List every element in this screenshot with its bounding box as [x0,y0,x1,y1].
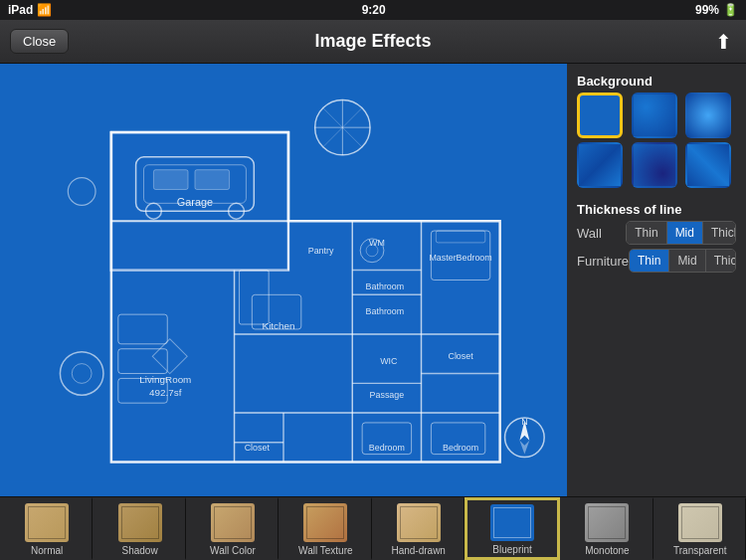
floor-plan: Garage LivingRoom 492.7sf Kitchen Bathro… [8,72,559,488]
thickness-label: Thickness of line [577,202,736,217]
furniture-thick-button[interactable]: Thick [706,250,736,272]
effect-transparent-label: Transparent [673,545,727,556]
page-title: Image Effects [314,31,431,52]
thumb-lines [306,506,344,539]
wall-thick-button[interactable]: Thick [703,222,736,244]
swatch-gradient5[interactable] [685,142,731,188]
effect-blueprint[interactable]: Blueprint [465,497,560,560]
furniture-label: Furniture [577,254,629,269]
effect-monotone-label: Monotone [585,545,629,556]
wall-thickness-buttons: Thin Mid Thick [626,221,736,245]
wall-thickness-row: Wall Thin Mid Thick [577,221,736,245]
swatch-gradient1[interactable] [632,93,677,138]
svg-rect-29 [195,170,230,190]
svg-text:N: N [521,417,527,427]
furniture-thin-button[interactable]: Thin [630,250,669,272]
right-panel: Background Thickness of line Wall Thin M… [567,64,746,496]
effect-handdrawn-label: Hand-drawn [391,545,445,556]
wall-label: Wall [577,226,626,241]
effect-walltexture[interactable]: Wall Texture [279,497,371,560]
effect-normal-thumb [25,503,69,542]
thumb-lines [28,506,66,539]
effect-transparent[interactable]: Transparent [653,497,746,560]
time-label: 9:20 [362,3,386,17]
furniture-thickness-buttons: Thin Mid Thick [629,249,736,273]
floor-plan-svg: Garage LivingRoom 492.7sf Kitchen Bathro… [8,72,559,488]
effect-shadow-thumb [118,503,162,542]
effect-normal-label: Normal [31,545,63,556]
thickness-section: Thickness of line Wall Thin Mid Thick Fu… [577,198,736,273]
main-area: Garage LivingRoom 492.7sf Kitchen Bathro… [0,64,746,496]
effect-normal[interactable]: Normal [0,497,93,560]
effect-wallcolor-label: Wall Color [210,545,256,556]
status-left: iPad 📶 [8,3,52,17]
effect-monotone[interactable]: Monotone [560,497,653,560]
furniture-thickness-row: Furniture Thin Mid Thick [577,249,736,273]
swatch-plain[interactable] [577,93,623,138]
effect-transparent-thumb [678,503,722,542]
thumb-lines [400,506,438,539]
effect-handdrawn[interactable]: Hand-drawn [372,497,465,560]
swatch-gradient4[interactable] [632,142,677,188]
svg-text:Closet: Closet [245,443,271,453]
svg-rect-28 [153,170,188,190]
wall-mid-button[interactable]: Mid [667,222,703,244]
battery-label: 99% [695,3,719,17]
thumb-lines [681,506,719,539]
bottom-bar: Normal Shadow Wall Color Wall Texture Ha… [0,496,746,560]
wall-thin-button[interactable]: Thin [627,222,666,244]
background-label: Background [577,74,736,89]
svg-text:MasterBedroom: MasterBedroom [429,253,491,263]
svg-text:Bathroom: Bathroom [366,306,405,316]
swatch-gradient2[interactable] [685,93,731,138]
background-section: Background [577,74,736,188]
blueprint-canvas: Garage LivingRoom 492.7sf Kitchen Bathro… [0,64,567,496]
thumb-lines [214,506,252,539]
close-button[interactable]: Close [10,29,69,54]
effect-monotone-thumb [585,503,629,542]
effect-blueprint-label: Blueprint [492,544,531,555]
effect-wallcolor-thumb [211,503,255,542]
svg-text:Bathroom: Bathroom [366,281,405,291]
effect-blueprint-thumb [490,504,534,541]
svg-text:Kitchen: Kitchen [263,320,295,331]
thumb-lines [121,506,159,539]
status-right: 99% 🔋 [695,3,738,17]
wifi-icon: 📶 [37,3,52,17]
svg-text:492.7sf: 492.7sf [149,387,182,398]
title-bar: Close Image Effects ⬆ [0,20,746,64]
battery-icon: 🔋 [723,3,738,17]
carrier-label: iPad [8,3,33,17]
thumb-lines [493,507,531,538]
effect-walltexture-thumb [303,503,347,542]
swatch-gradient3[interactable] [577,142,623,188]
svg-text:Passage: Passage [370,390,405,400]
effect-shadow-label: Shadow [121,545,157,556]
svg-text:Garage: Garage [177,196,213,208]
background-swatches [577,93,736,188]
thumb-lines [588,506,626,539]
svg-text:Closet: Closet [448,351,473,361]
svg-text:Bedroom: Bedroom [369,443,405,453]
svg-text:LivingRoom: LivingRoom [139,374,191,385]
status-bar: iPad 📶 9:20 99% 🔋 [0,0,746,20]
share-button[interactable]: ⬆ [715,30,732,54]
effect-wallcolor[interactable]: Wall Color [186,497,279,560]
svg-text:Pantry: Pantry [308,246,334,256]
svg-text:WM: WM [369,238,385,248]
furniture-mid-button[interactable]: Mid [669,250,705,272]
svg-text:Bedroom: Bedroom [443,443,478,453]
effect-handdrawn-thumb [397,503,441,542]
effect-shadow[interactable]: Shadow [93,497,185,560]
effect-walltexture-label: Wall Texture [298,545,352,556]
svg-text:WIC: WIC [380,356,398,366]
